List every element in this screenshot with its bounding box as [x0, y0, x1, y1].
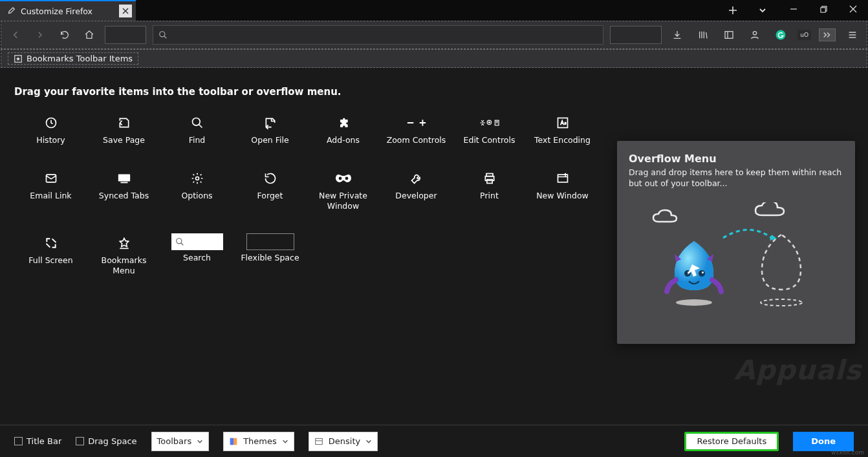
customize-main: Drag your favorite items into the toolba… — [0, 68, 868, 425]
density-icon — [314, 437, 323, 446]
new-tab-button[interactable] — [722, 1, 744, 19]
back-button[interactable] — [6, 26, 25, 44]
tab-title: Customize Firefox — [21, 6, 92, 16]
overflow-chevron-button[interactable] — [819, 28, 836, 41]
svg-rect-0 — [820, 7, 825, 12]
titlebar-checkbox[interactable]: Title Bar — [14, 436, 61, 446]
svg-rect-2 — [725, 32, 733, 39]
downloads-button[interactable] — [668, 26, 686, 44]
brush-icon — [6, 6, 16, 16]
palette-item-print[interactable]: Print — [453, 165, 526, 220]
palette-item-zoom[interactable]: Zoom Controls — [380, 109, 453, 165]
restore-defaults-button[interactable]: Restore Defaults — [684, 432, 779, 451]
overflow-title: Overflow Menu — [629, 153, 843, 165]
app-menu-button[interactable] — [843, 26, 862, 44]
palette-item-wrench[interactable]: Developer — [380, 165, 453, 220]
palette-item-bmkmenu[interactable]: BookmarksMenu — [87, 229, 160, 294]
gear-icon — [187, 169, 208, 188]
reload-button[interactable] — [56, 26, 74, 44]
palette-item-save[interactable]: Save Page — [87, 109, 160, 165]
search-address-bar[interactable] — [153, 25, 603, 45]
attribution: wsxdn.com — [831, 449, 864, 456]
wrench-icon — [406, 169, 427, 188]
svg-point-1 — [160, 32, 165, 37]
customize-footer: Title Bar Drag Space Toolbars Themes Den… — [0, 425, 868, 457]
svg-rect-20 — [558, 175, 567, 182]
window-close-button[interactable] — [838, 0, 868, 18]
palette-item-searchslot[interactable]: Search — [160, 229, 233, 285]
svg-point-15 — [338, 177, 342, 180]
forget-icon — [260, 169, 281, 188]
instruction-text: Drag your favorite items into the toolba… — [14, 86, 854, 98]
palette-item-forget[interactable]: Forget — [233, 165, 307, 220]
palette-item-fullscreen[interactable]: Full Screen — [14, 229, 87, 285]
palette-label: Search — [183, 253, 211, 263]
clock-icon — [41, 113, 61, 133]
tab-customize[interactable]: Customize Firefox — [0, 0, 136, 21]
density-dropdown[interactable]: Density — [309, 432, 378, 451]
palette-label: Developer — [395, 191, 437, 201]
bookmarks-icon — [14, 54, 23, 63]
bookmarks-toolbar-items[interactable]: Bookmarks Toolbar Items — [8, 52, 138, 65]
svg-point-26 — [702, 271, 704, 273]
palette-item-edit[interactable]: Edit Controls — [453, 109, 526, 165]
account-button[interactable] — [746, 26, 764, 44]
library-button[interactable] — [694, 26, 712, 44]
sidebar-button[interactable] — [720, 26, 738, 44]
bmkmenu-icon — [114, 233, 135, 253]
svg-rect-13 — [120, 182, 127, 184]
nav-toolbar: uO — [1, 21, 867, 49]
fullscreen-icon — [41, 233, 61, 253]
tabs-list-button[interactable] — [752, 1, 774, 19]
palette-label: BookmarksMenu — [102, 255, 147, 275]
overflow-menu-panel[interactable]: Overflow Menu Drag and drop items here t… — [617, 141, 855, 344]
themes-dropdown[interactable]: Themes — [223, 432, 294, 451]
overflow-illustration — [629, 202, 843, 312]
dragspace-checkbox[interactable]: Drag Space — [76, 436, 136, 446]
home-button[interactable] — [80, 26, 98, 44]
tab-close-button[interactable] — [119, 5, 132, 17]
palette-item-synced[interactable]: Synced Tabs — [87, 165, 160, 220]
palette-item-gear[interactable]: Options — [160, 165, 233, 220]
palette-item-openfile[interactable]: Open File — [233, 109, 307, 165]
done-button[interactable]: Done — [793, 432, 854, 451]
toolbars-dropdown[interactable]: Toolbars — [151, 432, 210, 451]
grammarly-button[interactable] — [772, 26, 790, 44]
palette-item-puzzle[interactable]: Add-ons — [307, 109, 380, 165]
palette-label: Forget — [257, 191, 283, 201]
palette-item-clock[interactable]: History — [14, 109, 87, 165]
palette-item-mail[interactable]: Email Link — [14, 165, 87, 220]
forward-button[interactable] — [31, 26, 49, 44]
ublock-button[interactable]: uO — [797, 30, 811, 40]
palette-label: New Window — [536, 191, 589, 201]
palette-label: Add-ons — [327, 135, 360, 145]
svg-rect-29 — [230, 438, 233, 445]
encoding-icon — [552, 113, 573, 133]
palette-label: Edit Controls — [464, 135, 515, 145]
palette-item-encoding[interactable]: Text Encoding — [526, 109, 599, 165]
svg-point-21 — [176, 239, 181, 244]
mail-icon — [41, 169, 61, 188]
palette-item-flexspace[interactable]: Flexible Space — [233, 229, 307, 285]
save-icon — [114, 113, 135, 133]
svg-rect-30 — [316, 438, 323, 444]
toolbar-placeholder-2[interactable] — [610, 26, 662, 44]
bookmarks-toolbar-label: Bookmarks Toolbar Items — [27, 54, 133, 63]
palette-label: Find — [189, 135, 206, 145]
window-maximize-button[interactable] — [808, 0, 838, 18]
palette-label: History — [36, 135, 65, 145]
search-icon — [158, 30, 168, 39]
toolbar-placeholder-1[interactable] — [105, 26, 146, 44]
palette-item-find[interactable]: Find — [160, 109, 233, 165]
window-minimize-button[interactable] — [779, 0, 808, 18]
titlebar: Customize Firefox — [0, 0, 868, 21]
palette-item-private[interactable]: New PrivateWindow — [307, 165, 380, 229]
puzzle-icon — [333, 113, 354, 133]
palette-label: Text Encoding — [534, 135, 591, 145]
palette-label: Save Page — [103, 135, 145, 145]
palette-item-newwin[interactable]: New Window — [526, 165, 599, 220]
zoom-icon — [406, 113, 427, 133]
customize-palette: HistorySave PageFindOpen FileAdd-onsZoom… — [14, 109, 622, 294]
flex-space-slot — [246, 233, 294, 250]
palette-label: Print — [480, 191, 499, 201]
